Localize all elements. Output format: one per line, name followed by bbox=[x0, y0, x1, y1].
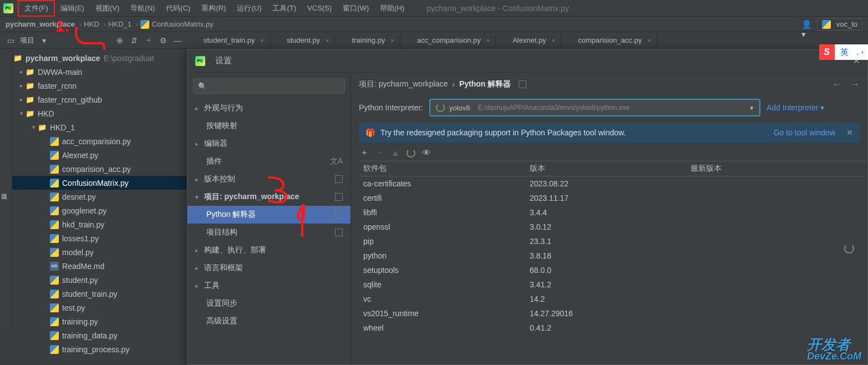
expand-icon[interactable]: ⇵ bbox=[129, 36, 139, 45]
tree-row[interactable]: MDReadMe.md bbox=[0, 259, 186, 273]
menu-navigate[interactable]: 导航(N) bbox=[125, 1, 160, 16]
settings-nav-item[interactable]: 设置同步 bbox=[187, 295, 351, 312]
tree-row[interactable]: acc_comparision.py bbox=[0, 134, 186, 148]
back-icon[interactable]: ← bbox=[832, 79, 842, 90]
tree-row[interactable]: ▸📁faster_rcnn bbox=[0, 79, 186, 93]
target-icon[interactable]: ⊕ bbox=[115, 36, 125, 45]
reset-icon[interactable] bbox=[519, 80, 526, 88]
menu-help[interactable]: 帮助(H) bbox=[374, 1, 410, 16]
bc-file[interactable]: ConfusionMatrix.py bbox=[140, 20, 213, 29]
col-version[interactable]: 版本 bbox=[525, 161, 686, 176]
menu-tools[interactable]: 工具(T) bbox=[267, 1, 302, 16]
project-panel-title[interactable]: 项目 bbox=[20, 36, 34, 45]
package-row[interactable]: ca-certificates2023.08.22 bbox=[359, 176, 866, 191]
settings-nav-item[interactable]: Python 解释器 bbox=[187, 206, 351, 224]
tree-row[interactable]: training_data.py bbox=[0, 328, 186, 342]
chevron-icon[interactable]: ▸ bbox=[18, 82, 26, 89]
menu-file[interactable]: 文件(F) bbox=[18, 0, 55, 17]
tree-row[interactable]: googlenet.py bbox=[0, 204, 186, 217]
tree-row[interactable]: losses1.py bbox=[0, 231, 186, 245]
tree-row[interactable]: ▸📁DWWA-main bbox=[0, 65, 186, 79]
package-row[interactable]: openssl3.0.12 bbox=[359, 220, 866, 234]
tree-row[interactable]: hkd_train.py bbox=[0, 217, 186, 231]
chevron-icon[interactable]: ▸ bbox=[18, 96, 26, 103]
editor-tab[interactable]: training.py× bbox=[335, 34, 400, 47]
tree-row[interactable]: comparision_acc.py bbox=[0, 162, 186, 176]
package-row[interactable]: vs2015_runtime14.27.29016 bbox=[359, 306, 866, 321]
editor-tab[interactable]: comparision_acc.py× bbox=[561, 34, 657, 47]
tree-row[interactable]: ▾📁pycharm_workplaceE:\postgraduat bbox=[0, 51, 186, 65]
chevron-icon[interactable]: ▾ bbox=[18, 110, 26, 117]
eye-icon[interactable]: 👁 bbox=[422, 148, 431, 158]
tree-row[interactable]: model.py bbox=[0, 245, 186, 259]
hide-icon[interactable]: — bbox=[172, 36, 182, 45]
tree-row[interactable]: student.py bbox=[0, 273, 186, 287]
chevron-icon[interactable]: ▸ bbox=[18, 68, 26, 75]
menu-code[interactable]: 代码(C) bbox=[160, 1, 196, 16]
interpreter-chip[interactable]: voc_to bbox=[817, 18, 862, 31]
package-row[interactable]: python3.8.18 bbox=[359, 249, 866, 263]
tree-row[interactable]: student_train.py bbox=[0, 287, 186, 301]
col-latest[interactable]: 最新版本 bbox=[686, 161, 866, 176]
collapse-icon[interactable]: ÷ bbox=[144, 36, 154, 45]
package-row[interactable]: sqlite3.41.2 bbox=[359, 277, 866, 292]
close-icon[interactable]: × bbox=[326, 37, 329, 44]
ime-badge[interactable]: S 英 ，› bbox=[819, 44, 868, 60]
chevron-icon[interactable]: ▾ bbox=[30, 124, 38, 131]
settings-nav-item[interactable]: ▾项目: pycharm_workplace bbox=[187, 188, 351, 206]
sidebar-tab-strip[interactable]: 项目 bbox=[0, 49, 12, 326]
add-package-icon[interactable]: ＋ bbox=[360, 147, 369, 159]
settings-nav-item[interactable]: ▸编辑器 bbox=[187, 135, 351, 153]
settings-nav-item[interactable]: ▸构建、执行、部署 bbox=[187, 241, 351, 259]
settings-search[interactable]: 🔍 bbox=[193, 78, 345, 94]
package-row[interactable]: certifi2023.11.17 bbox=[359, 191, 866, 205]
editor-tab[interactable]: student.py× bbox=[270, 34, 335, 47]
chevron-down-icon[interactable]: ▾ bbox=[750, 104, 754, 112]
editor-tab[interactable]: Alexnet.py× bbox=[496, 34, 561, 47]
tree-row[interactable]: ▸📁faster_rcnn_github bbox=[0, 93, 186, 107]
package-row[interactable]: libffi3.4.4 bbox=[359, 205, 866, 220]
banner-close-icon[interactable]: ✕ bbox=[846, 128, 853, 137]
settings-nav-item[interactable]: 项目结构 bbox=[187, 224, 351, 241]
tree-row[interactable]: training.py bbox=[0, 315, 186, 328]
package-row[interactable]: setuptools68.0.0 bbox=[359, 263, 866, 277]
dropdown-icon[interactable]: ▾ bbox=[39, 36, 49, 45]
menu-vcs[interactable]: VCS(S) bbox=[302, 2, 337, 14]
menu-edit[interactable]: 编辑(E) bbox=[55, 1, 90, 16]
banner-link[interactable]: Go to tool window bbox=[774, 128, 835, 137]
package-row[interactable]: vc14.2 bbox=[359, 292, 866, 306]
add-interpreter-link[interactable]: Add Interpreter ▾ bbox=[767, 103, 824, 112]
settings-nav-item[interactable]: ▸外观与行为 bbox=[187, 99, 351, 117]
tree-row[interactable]: desnet.py bbox=[0, 190, 186, 204]
bc-part-0[interactable]: HKD bbox=[84, 20, 99, 28]
menu-window[interactable]: 窗口(W) bbox=[337, 1, 374, 16]
settings-nav-item[interactable]: 高级设置 bbox=[187, 312, 351, 330]
bc-part-1[interactable]: HKD_1 bbox=[108, 20, 131, 28]
close-icon[interactable]: × bbox=[486, 37, 490, 44]
project-toolwindow-icon[interactable]: ▭ bbox=[6, 36, 16, 45]
remove-package-icon[interactable]: － bbox=[375, 147, 384, 159]
upgrade-package-icon[interactable]: ▲ bbox=[391, 148, 400, 158]
close-icon[interactable]: × bbox=[390, 37, 394, 44]
settings-bc-project[interactable]: 项目: pycharm_workplace bbox=[359, 79, 448, 89]
close-icon[interactable]: × bbox=[552, 37, 555, 44]
tree-row[interactable]: ConfusionMatrix.py bbox=[0, 176, 186, 190]
tree-row[interactable]: ▾📁HKD_1 bbox=[0, 120, 186, 134]
forward-icon[interactable]: → bbox=[850, 79, 860, 90]
package-row[interactable]: pip23.3.1 bbox=[359, 234, 866, 249]
user-icon[interactable]: 👤▾ bbox=[801, 19, 811, 29]
menu-run[interactable]: 运行(U) bbox=[231, 1, 267, 16]
tree-row[interactable]: ▾📁HKD bbox=[0, 107, 186, 120]
gear-icon[interactable]: ⚙ bbox=[158, 36, 168, 45]
editor-tab[interactable]: student_train.py× bbox=[187, 34, 270, 47]
project-tree[interactable]: ▾📁pycharm_workplaceE:\postgraduat▸📁DWWA-… bbox=[0, 49, 186, 358]
settings-nav-item[interactable]: ▸语言和框架 bbox=[187, 259, 351, 277]
tree-row[interactable]: training_process.py bbox=[0, 342, 186, 356]
settings-nav-item[interactable]: 插件文A bbox=[187, 153, 351, 170]
settings-nav-item[interactable]: ▸工具 bbox=[187, 277, 351, 295]
tree-row[interactable]: test.py bbox=[0, 301, 186, 315]
package-row[interactable]: wheel0.41.2 bbox=[359, 321, 866, 335]
tree-row[interactable]: Alexnet.py bbox=[0, 148, 186, 162]
settings-nav-item[interactable]: ▸版本控制 bbox=[187, 170, 351, 188]
interpreter-combo[interactable]: yolov8 E:/dashujuAPP/Anaconda3/envs/yolo… bbox=[430, 99, 760, 116]
